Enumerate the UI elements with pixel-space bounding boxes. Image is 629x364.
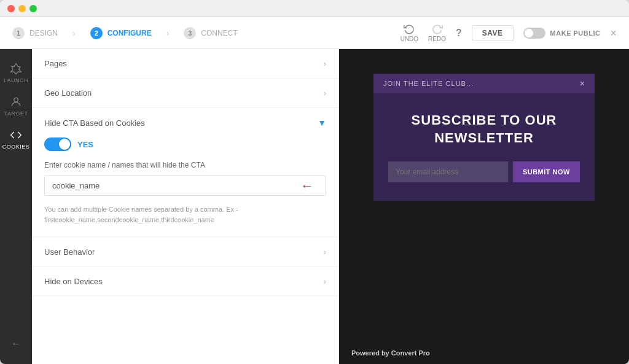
step-design[interactable]: 1 DESIGN <box>12 27 58 39</box>
section-hide-cta-header[interactable]: Hide CTA Based on Cookies ▼ <box>32 108 338 137</box>
sidebar-launch-label: LAUNCH <box>4 77 28 83</box>
modal-bar-title: JOIN THE ELITE CLUB... <box>383 80 474 87</box>
undo-button[interactable]: UNDO <box>400 23 418 42</box>
save-button[interactable]: SAVE <box>472 25 514 41</box>
hide-cta-arrow-icon: ▼ <box>318 118 326 128</box>
preview-content: JOIN THE ELITE CLUB... × SUBSCRIBE TO OU… <box>339 49 629 341</box>
title-bar <box>0 0 629 17</box>
cookie-name-input[interactable] <box>44 176 326 196</box>
top-nav: 1 DESIGN › 2 CONFIGURE › 3 CONNECT UNDO <box>0 17 629 49</box>
sidebar-bottom: ← <box>4 331 28 357</box>
sidebar-item-cookies[interactable]: COOKIES <box>0 123 32 156</box>
user-behavior-arrow-icon: › <box>324 248 326 257</box>
section-pages[interactable]: Pages › <box>32 49 338 79</box>
geo-arrow-icon: › <box>324 89 326 98</box>
modal-email-input[interactable] <box>388 161 508 182</box>
close-window-button[interactable] <box>7 5 15 12</box>
step-divider-1: › <box>72 28 76 38</box>
section-geo-location[interactable]: Geo Location › <box>32 79 338 108</box>
make-public-container: MAKE PUBLIC <box>523 28 601 39</box>
toggle-row: YES <box>44 137 326 151</box>
pages-arrow-icon: › <box>324 60 326 68</box>
help-button[interactable]: ? <box>456 28 462 39</box>
left-sidebar: LAUNCH TARGET COOKIES ← <box>0 49 32 364</box>
powered-by-label: Powered by Convert Pro <box>351 349 430 357</box>
configure-panel: Pages › Geo Location › Hide CTA Based on… <box>32 49 339 364</box>
modal-form: SUBMIT NOW <box>388 161 580 182</box>
step-design-num: 1 <box>12 27 25 39</box>
modal-submit-button[interactable]: SUBMIT NOW <box>513 161 580 182</box>
sidebar-cookies-label: COOKIES <box>2 144 30 150</box>
yes-toggle[interactable] <box>44 137 71 151</box>
close-button[interactable]: × <box>610 28 617 39</box>
section-hide-cta-label: Hide CTA Based on Cookies <box>44 118 145 128</box>
sidebar-target-label: TARGET <box>4 110 28 117</box>
section-user-behavior[interactable]: User Behavior › <box>32 238 338 267</box>
modal-bar: JOIN THE ELITE CLUB... × <box>373 74 595 93</box>
steps: 1 DESIGN › 2 CONFIGURE › 3 CONNECT <box>12 27 238 39</box>
minimize-window-button[interactable] <box>18 5 26 12</box>
step-divider-2: › <box>166 28 170 38</box>
maximize-window-button[interactable] <box>29 5 37 12</box>
sidebar-item-launch[interactable]: LAUNCH <box>0 56 32 90</box>
preview-footer: Powered by Convert Pro <box>339 341 629 364</box>
redo-button[interactable]: REDO <box>428 23 446 42</box>
section-hide-cta: Hide CTA Based on Cookies ▼ YES Enter co… <box>32 108 338 238</box>
step-configure-num: 2 <box>90 27 103 39</box>
red-arrow-icon: ← <box>300 178 314 194</box>
preview-panel: JOIN THE ELITE CLUB... × SUBSCRIBE TO OU… <box>339 49 629 364</box>
main-layout: LAUNCH TARGET COOKIES ← <box>0 49 629 364</box>
make-public-toggle[interactable] <box>523 28 545 39</box>
cookie-input-wrapper: ← <box>44 176 326 196</box>
sidebar-item-target[interactable]: TARGET <box>0 90 32 123</box>
step-connect[interactable]: 3 CONNECT <box>184 27 237 39</box>
section-user-behavior-label: User Behavior <box>44 247 95 257</box>
traffic-lights <box>7 5 37 12</box>
step-connect-label: CONNECT <box>201 29 237 37</box>
modal-title: SUBSCRIBE TO OUR NEWSLETTER <box>388 112 580 147</box>
step-configure-label: CONFIGURE <box>107 29 152 37</box>
top-nav-right: UNDO REDO ? SAVE MAKE PUBLIC × <box>400 23 617 42</box>
step-configure[interactable]: 2 CONFIGURE <box>90 27 152 39</box>
section-pages-label: Pages <box>44 59 67 68</box>
input-label: Enter cookie name / names that will hide… <box>44 161 326 169</box>
section-geo-label: Geo Location <box>44 88 92 98</box>
hide-devices-arrow-icon: › <box>324 277 326 286</box>
section-hide-cta-content: YES Enter cookie name / names that will … <box>32 137 338 237</box>
hint-text: You can add multiple Cookie names separa… <box>44 204 326 225</box>
step-design-label: DESIGN <box>29 29 58 37</box>
svg-point-0 <box>14 98 18 102</box>
make-public-label: MAKE PUBLIC <box>550 29 601 37</box>
modal-body: SUBSCRIBE TO OUR NEWSLETTER SUBMIT NOW <box>373 93 595 201</box>
help-icon: ? <box>456 28 462 39</box>
section-hide-devices-label: Hide on Devices <box>44 277 103 286</box>
modal-close-icon[interactable]: × <box>580 79 585 88</box>
step-connect-num: 3 <box>184 27 196 39</box>
sidebar-back-button[interactable]: ← <box>4 331 28 357</box>
redo-label: REDO <box>428 36 446 42</box>
modal-overlay: JOIN THE ELITE CLUB... × SUBSCRIBE TO OU… <box>373 74 595 201</box>
section-hide-devices[interactable]: Hide on Devices › <box>32 267 338 296</box>
yes-label: YES <box>77 140 93 149</box>
undo-label: UNDO <box>400 36 418 42</box>
